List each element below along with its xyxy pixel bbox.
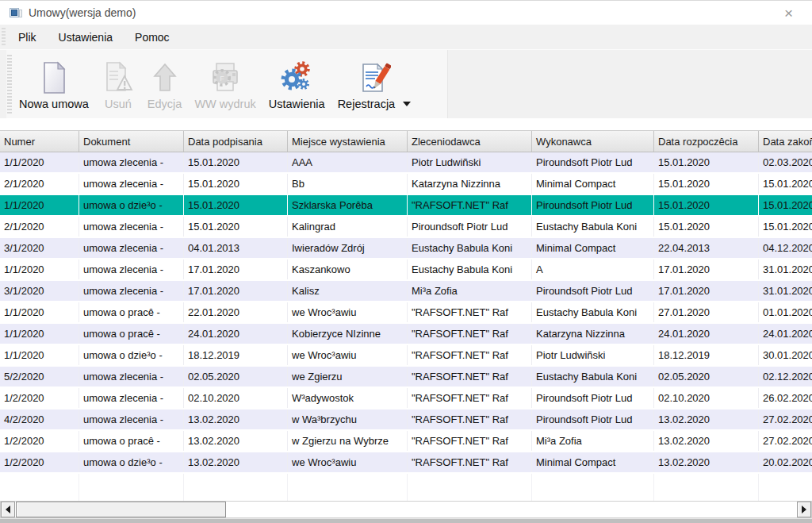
column-header-1[interactable]: Dokument [79,131,184,152]
cell: 22.01.2020 [184,302,288,322]
cell: Szklarska Porêba [288,195,408,215]
cell: A [532,260,654,279]
close-icon[interactable]: × [773,6,804,21]
menu-bar: Plik Ustawienia Pomoc [0,25,812,50]
table-row[interactable]: 1/1/2020umowa o dzie³o -15.01.2020Szklar… [0,195,812,217]
cell: Eustachy Babula Koni [408,238,532,258]
menu-item-plik[interactable]: Plik [7,27,48,48]
table-row[interactable]: 1/1/2020umowa o pracê -22.01.2020we Wroc… [0,302,812,324]
registration-dropdown-icon[interactable] [403,102,411,106]
table-row[interactable]: 1/1/2020umowa zlecenia -17.01.2020Kaszan… [0,260,812,281]
column-header-0[interactable]: Numer [0,131,79,152]
cell: 2/1/2020 [0,217,79,237]
cell: 13.02.2020 [654,410,759,429]
cell: umowa o pracê - [79,324,184,344]
edit-up-arrow-icon [148,60,182,95]
table-row[interactable]: 2/1/2020umowa zlecenia -15.01.2020Kaling… [0,217,812,238]
cell: 04.12.2020 [759,238,812,258]
cell: Piotr Ludwiñski [532,345,654,365]
cell: AAA [288,152,408,172]
table-row[interactable]: 1/2/2020umowa o pracê -13.02.2020w Zgier… [0,431,812,452]
cell: "RAFSOFT.NET" Raf [408,302,532,322]
scroll-left-button[interactable] [1,502,15,517]
table-row[interactable]: 3/1/2020umowa zlecenia -04.01.2013Iwiera… [0,238,812,260]
table-row[interactable]: 5/2/2020umowa zlecenia -02.05.2020we Zgi… [0,367,812,388]
delete-button[interactable]: Usuń [96,52,140,117]
cell: 02.05.2020 [184,367,288,386]
cell: w Wa³brzychu [288,410,408,429]
column-header-4[interactable]: Zleceniodawca [408,131,532,152]
cell: "RAFSOFT.NET" Raf [408,410,532,429]
cell: 31.01.2020 [759,260,812,279]
table-row[interactable]: 1/2/2020umowa zlecenia -02.10.2020W³adyw… [0,388,812,410]
column-header-7[interactable]: Data zakoñczenia [759,131,812,152]
svg-text:F: F [220,75,224,83]
cell: "RAFSOFT.NET" Raf [408,367,532,386]
cell: 1/1/2020 [0,345,79,365]
cell: 15.01.2020 [184,195,288,215]
scroll-right-button[interactable] [797,502,811,517]
table-row[interactable]: 3/1/2020umowa zlecenia -17.01.2020Kalisz… [0,281,812,302]
cell: 27.02.2020 [759,410,812,429]
app-window: Umowy(wersja demo) × Plik Ustawienia Pom… [0,0,812,523]
cell: 1/2/2020 [0,452,79,472]
cell: Piotr Ludwiñski [408,152,532,172]
print-label: WW wydruk [194,98,255,110]
empty-cell [184,474,288,501]
print-button[interactable]: F WW wydruk [189,52,261,117]
empty-cell [79,474,184,501]
new-contract-button[interactable]: Nowa umowa [13,52,94,117]
cell: 02.10.2020 [654,388,759,408]
cell: Bb [288,174,408,194]
cell: 15.01.2020 [759,217,812,237]
scroll-right-arrow-icon [802,506,806,513]
registration-label: Rejestracja [338,98,396,110]
table-row[interactable]: 1/1/2020umowa zlecenia -15.01.2020AAAPio… [0,152,812,174]
window-title: Umowy(wersja demo) [29,6,136,19]
menu-item-ustawienia[interactable]: Ustawienia [48,27,124,48]
table-row[interactable]: 4/2/2020umowa zlecenia -13.02.2020w Wa³b… [0,410,812,431]
cell: W³adywostok [288,388,408,408]
settings-label: Ustawienia [269,98,325,110]
table-row[interactable]: 2/1/2020umowa zlecenia -15.01.2020BbKata… [0,174,812,195]
cell: umowa o dzie³o - [79,345,184,365]
cell: 31.01.2020 [759,281,812,301]
settings-button[interactable]: Ustawienia [263,52,331,117]
empty-cell [654,474,759,501]
cell: 4/2/2020 [0,410,79,429]
table-row[interactable]: 1/1/2020umowa o dzie³o -18.12.2019we Wro… [0,345,812,367]
column-header-6[interactable]: Data rozpoczêcia [654,131,759,152]
scrollbar-thumb[interactable] [16,502,226,517]
menu-item-pomoc[interactable]: Pomoc [124,27,181,48]
cell: Eustachy Babula Koni [532,217,654,237]
cell: 15.01.2020 [759,195,812,215]
column-header-2[interactable]: Data podpisania [184,131,288,152]
column-header-5[interactable]: Wykonawca [532,131,654,152]
cell: 17.01.2020 [184,281,288,301]
cell: Eustachy Babula Koni [532,367,654,386]
cell: umowa zlecenia - [79,217,184,237]
table-row[interactable]: 1/1/2020umowa o pracê -24.01.2020Kobierz… [0,324,812,345]
table-row[interactable]: 1/2/2020umowa o dzie³o -13.02.2020we Wro… [0,452,812,474]
cell: 2/1/2020 [0,174,79,194]
cell: Minimal Compact [532,238,654,258]
horizontal-scrollbar[interactable] [0,501,812,518]
toolbar: Nowa umowa Usuń Edycja [0,50,812,118]
toolbar-grip-handle[interactable] [7,55,12,113]
cell: 24.01.2020 [184,324,288,344]
cell: "RAFSOFT.NET" Raf [408,195,532,215]
cell: 20.02.2020 [759,452,812,472]
registration-button[interactable]: Rejestracja [332,52,417,117]
cell: Kobierzyce NIzinne [288,324,408,344]
cell: 27.01.2020 [654,302,759,322]
cell: 27.02.2020 [759,431,812,451]
menu-grip-handle[interactable] [2,28,6,46]
cell: 1/1/2020 [0,302,79,322]
cell: Piroundsoft Piotr Lud [532,195,654,215]
cell: Piroundsoft Piotr Lud [532,388,654,408]
edit-button[interactable]: Edycja [142,52,188,117]
cell: Kalisz [288,281,408,301]
contracts-table: NumerDokumentData podpisaniaMiejsce wyst… [0,130,812,501]
column-header-3[interactable]: Miejsce wystawienia [288,131,408,152]
cell: Eustachy Babula Koni [408,260,532,279]
